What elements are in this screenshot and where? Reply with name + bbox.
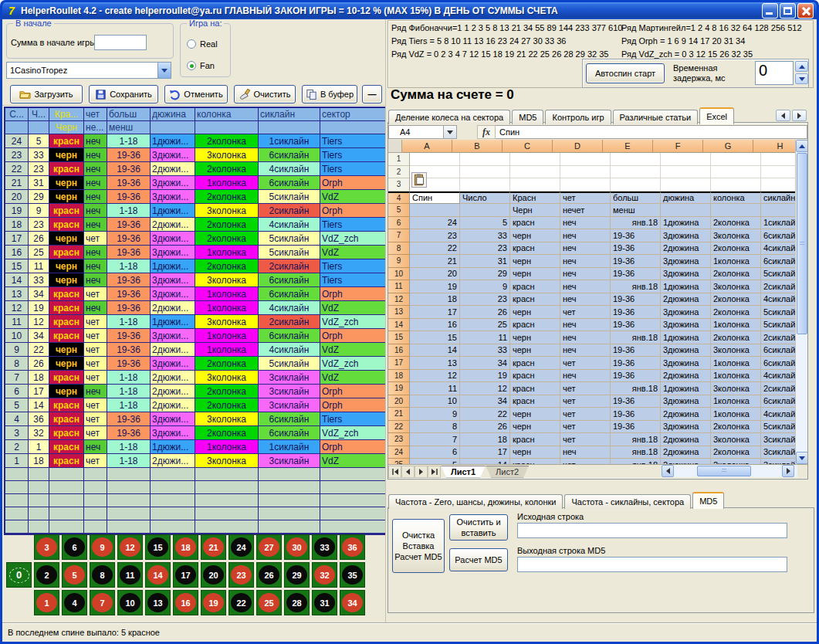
excel-row-header-8[interactable]: 8 <box>388 242 410 256</box>
excel-cell[interactable]: 1колонка <box>711 357 761 370</box>
roulette-cell-29[interactable]: 29 <box>284 562 310 588</box>
excel-cell[interactable]: янв.18 <box>611 382 661 395</box>
excel-row-header-21[interactable]: 21 <box>388 408 410 421</box>
excel-cell[interactable]: 2колонка <box>711 306 761 319</box>
excel-cell[interactable]: 34 <box>460 395 510 408</box>
excel-cell[interactable] <box>611 166 661 179</box>
sheet-tab-лист1[interactable]: Лист1 <box>441 466 486 478</box>
excel-cell[interactable]: 14 <box>460 459 510 464</box>
excel-cell[interactable]: менш <box>611 204 661 217</box>
roulette-cell-7[interactable]: 7 <box>90 590 115 615</box>
excel-cell[interactable]: 21 <box>410 255 460 268</box>
excel-cell[interactable]: 1колонка <box>711 408 761 421</box>
roulette-cell-23[interactable]: 23 <box>228 562 254 588</box>
scrollbar-thumb[interactable] <box>797 153 807 334</box>
excel-cell[interactable]: 18 <box>460 433 510 446</box>
excel-cell[interactable]: 19-36 <box>611 408 661 421</box>
excel-cell[interactable]: 2дюжина <box>661 459 711 464</box>
excel-row-header-6[interactable]: 6 <box>388 217 410 230</box>
tab-scroll-left-icon[interactable] <box>776 110 790 121</box>
scroll-up-icon[interactable] <box>796 140 807 152</box>
tab-различные-статьи[interactable]: Различные статьи <box>613 110 699 124</box>
excel-row-header-20[interactable]: 20 <box>388 395 410 408</box>
excel-cell[interactable]: 19-36 <box>611 255 661 268</box>
tab-md5[interactable]: MD5 <box>512 110 543 124</box>
excel-cell[interactable]: 3дюжина <box>661 395 711 408</box>
excel-cell[interactable]: черн <box>510 306 560 319</box>
roulette-cell-21[interactable]: 21 <box>201 534 226 560</box>
title-bar[interactable]: 7 HelperRoullet 4.2 - create helperroull… <box>2 2 817 19</box>
roulette-cell-6[interactable]: 6 <box>62 534 87 560</box>
tab-контроль-игр[interactable]: Контроль игр <box>545 110 611 124</box>
excel-row-header-7[interactable]: 7 <box>388 229 410 242</box>
excel-cell[interactable]: 19-36 <box>611 293 661 307</box>
excel-cell[interactable]: Число <box>460 192 510 205</box>
scrollbar-thumb[interactable] <box>697 466 751 476</box>
excel-cell[interactable]: 3дюжина <box>661 268 711 281</box>
excel-cell[interactable]: неч <box>560 319 611 332</box>
roulette-cell-12[interactable]: 12 <box>117 534 143 560</box>
excel-row-header-22[interactable]: 22 <box>388 421 410 434</box>
excel-row-header-25[interactable]: 25 <box>388 459 410 464</box>
excel-row-header-11[interactable]: 11 <box>388 280 410 293</box>
scroll-right-icon[interactable] <box>782 465 794 477</box>
formula-input[interactable]: Спин <box>496 125 807 139</box>
excel-row-header-2[interactable]: 2 <box>388 166 410 179</box>
sheet-first-icon[interactable] <box>388 466 401 478</box>
excel-row-header-15[interactable]: 15 <box>388 331 410 344</box>
excel-cell[interactable] <box>611 153 661 166</box>
excel-cell[interactable] <box>711 204 761 217</box>
excel-cell[interactable]: 1колонка <box>711 255 761 268</box>
excel-cell[interactable]: 23 <box>460 293 510 307</box>
excel-cell[interactable] <box>661 204 711 217</box>
excel-row-header-13[interactable]: 13 <box>388 306 410 319</box>
excel-corner-box[interactable] <box>388 140 402 153</box>
excel-cell[interactable]: неч <box>560 268 611 281</box>
roulette-cell-31[interactable]: 31 <box>312 590 337 615</box>
collapse-button[interactable]: — <box>362 85 382 103</box>
excel-cell[interactable] <box>460 166 510 179</box>
roulette-cell-4[interactable]: 4 <box>62 590 87 615</box>
vertical-scrollbar[interactable] <box>795 140 807 464</box>
excel-cell[interactable]: 24 <box>410 217 460 230</box>
excel-cell[interactable]: 29 <box>460 268 510 281</box>
roulette-cell-8[interactable]: 8 <box>90 562 115 588</box>
excel-cell[interactable]: 3дюжина <box>661 306 711 319</box>
roulette-cell-35[interactable]: 35 <box>340 562 365 588</box>
save-button[interactable]: Сохранить <box>89 85 158 103</box>
excel-cell[interactable]: янв.18 <box>611 459 661 464</box>
tab-excel[interactable]: Excel <box>699 107 734 124</box>
excel-cell[interactable] <box>560 178 611 192</box>
excel-cell[interactable]: 3дюжина <box>661 357 711 370</box>
excel-cell[interactable]: неч <box>560 242 611 256</box>
excel-cell[interactable]: 1дюжина <box>661 280 711 293</box>
excel-row-header-14[interactable]: 14 <box>388 319 410 332</box>
excel-cell[interactable]: 9 <box>410 408 460 421</box>
sheet-last-icon[interactable] <box>428 466 441 478</box>
excel-cell[interactable]: красн <box>510 395 560 408</box>
excel-cell[interactable]: 3колонка <box>711 280 761 293</box>
excel-cell[interactable]: неч <box>560 344 611 358</box>
copy-buffer-button[interactable]: В буфер <box>302 85 357 103</box>
roulette-cell-16[interactable]: 16 <box>173 590 198 615</box>
excel-cell[interactable]: 23 <box>460 242 510 256</box>
excel-cell[interactable] <box>460 178 510 192</box>
excel-cell[interactable]: 2колонка <box>711 242 761 256</box>
excel-cell[interactable]: 19-36 <box>611 242 661 256</box>
excel-cell[interactable]: 25 <box>460 319 510 332</box>
roulette-cell-32[interactable]: 32 <box>312 562 337 588</box>
name-box-dropdown-icon[interactable] <box>444 125 457 139</box>
excel-cell[interactable]: черн <box>510 408 560 421</box>
roulette-cell-27[interactable]: 27 <box>256 534 282 560</box>
roulette-cell-36[interactable]: 36 <box>340 534 365 560</box>
excel-cell[interactable]: 3дюжина <box>661 421 711 434</box>
roulette-cell-19[interactable]: 19 <box>201 590 226 615</box>
excel-cell[interactable]: красн <box>510 319 560 332</box>
excel-cell[interactable]: 12 <box>410 370 460 383</box>
roulette-cell-1[interactable]: 1 <box>34 590 59 615</box>
excel-row-header-4[interactable]: 4 <box>388 192 410 205</box>
spin-down-icon[interactable] <box>795 73 808 84</box>
excel-cell[interactable]: Красн <box>510 192 560 205</box>
excel-cell[interactable]: 3колонка <box>711 433 761 446</box>
excel-cell[interactable]: черн <box>510 255 560 268</box>
